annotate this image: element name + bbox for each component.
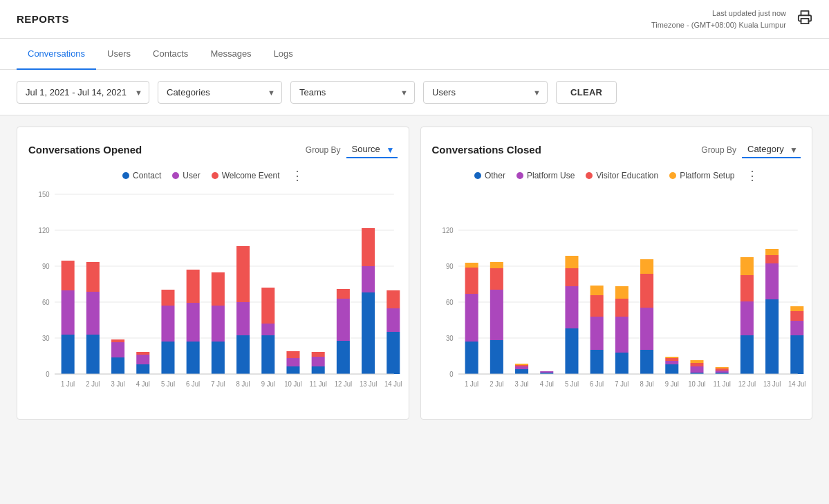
svg-text:8 Jul: 8 Jul <box>640 380 653 388</box>
svg-text:150: 150 <box>39 191 50 198</box>
svg-rect-47 <box>337 299 350 341</box>
svg-rect-42 <box>286 351 299 358</box>
svg-rect-80 <box>465 342 478 374</box>
legend-platform-setup: Platform Setup <box>669 169 734 182</box>
svg-rect-107 <box>640 308 653 350</box>
svg-rect-41 <box>286 358 299 366</box>
svg-text:3 Jul: 3 Jul <box>514 380 528 388</box>
svg-rect-15 <box>62 261 75 290</box>
categories-select[interactable]: Categories <box>158 81 282 104</box>
svg-rect-19 <box>111 357 124 374</box>
svg-text:90: 90 <box>42 263 50 270</box>
svg-rect-123 <box>740 301 753 335</box>
svg-text:12 Jul: 12 Jul <box>335 380 352 388</box>
svg-rect-45 <box>312 352 325 357</box>
svg-text:13 Jul: 13 Jul <box>360 380 377 388</box>
svg-rect-133 <box>790 306 803 311</box>
svg-rect-44 <box>312 357 325 366</box>
svg-text:1 Jul: 1 Jul <box>465 380 478 388</box>
svg-text:120: 120 <box>442 227 453 234</box>
legend-visitor-education-dot <box>586 172 593 179</box>
page-title: REPORTS <box>17 13 69 25</box>
group-by-right-select[interactable]: Category <box>742 141 801 158</box>
legend-other: Other <box>474 169 505 182</box>
svg-rect-94 <box>565 328 578 374</box>
legend-platform-use: Platform Use <box>516 169 575 182</box>
clear-button[interactable]: CLEAR <box>556 81 617 104</box>
svg-rect-21 <box>111 339 124 342</box>
svg-rect-54 <box>386 290 400 308</box>
svg-rect-116 <box>690 363 703 366</box>
legend-right-more-icon[interactable]: ⋮ <box>746 169 758 182</box>
svg-rect-81 <box>465 294 478 342</box>
legend-other-label: Other <box>485 171 505 180</box>
tab-conversations[interactable]: Conversations <box>17 39 96 70</box>
svg-rect-51 <box>362 228 375 266</box>
svg-rect-46 <box>337 341 350 374</box>
svg-text:14 Jul: 14 Jul <box>788 380 805 388</box>
legend-left-more-icon[interactable]: ⋮ <box>291 169 304 182</box>
chart-right-legend: Other Platform Use Visitor Education Pla… <box>432 169 801 182</box>
svg-rect-82 <box>465 268 478 294</box>
date-range-select[interactable]: Jul 1, 2021 - Jul 14, 2021 <box>17 81 149 104</box>
svg-rect-53 <box>386 308 400 332</box>
header: REPORTS Last updated just now Timezone -… <box>0 0 829 39</box>
legend-welcome-dot <box>212 172 218 179</box>
svg-rect-97 <box>565 256 578 268</box>
svg-rect-132 <box>790 311 803 321</box>
svg-text:3 Jul: 3 Jul <box>111 380 125 388</box>
print-icon[interactable] <box>797 10 812 28</box>
legend-user-dot <box>172 172 179 179</box>
svg-text:60: 60 <box>42 299 50 306</box>
svg-rect-91 <box>515 364 528 365</box>
group-by-left-select[interactable]: Source <box>346 141 398 158</box>
svg-rect-88 <box>515 369 528 374</box>
svg-rect-128 <box>765 255 779 263</box>
users-select[interactable]: Users <box>423 81 548 104</box>
svg-rect-104 <box>615 299 628 317</box>
svg-rect-49 <box>362 292 375 374</box>
legend-welcome: Welcome Event <box>212 169 280 182</box>
svg-rect-34 <box>236 335 250 374</box>
svg-rect-119 <box>715 371 728 373</box>
svg-text:6 Jul: 6 Jul <box>186 380 200 388</box>
legend-contact: Contact <box>122 169 161 182</box>
legend-welcome-label: Welcome Event <box>222 171 280 180</box>
users-wrapper: Users ▼ <box>423 81 548 104</box>
chart-right-title: Conversations Closed <box>432 144 541 156</box>
svg-rect-125 <box>740 257 753 275</box>
svg-rect-99 <box>590 317 603 350</box>
svg-text:0: 0 <box>449 371 454 378</box>
svg-text:120: 120 <box>39 227 50 234</box>
tab-messages[interactable]: Messages <box>199 39 262 70</box>
tab-users[interactable]: Users <box>96 39 142 70</box>
teams-select[interactable]: Teams <box>290 81 415 104</box>
svg-rect-28 <box>187 342 200 374</box>
svg-rect-16 <box>86 335 100 374</box>
svg-rect-26 <box>161 306 174 342</box>
svg-rect-83 <box>465 263 478 268</box>
teams-wrapper: Teams ▼ <box>290 81 415 104</box>
svg-rect-102 <box>615 353 628 374</box>
svg-rect-39 <box>261 288 274 324</box>
svg-rect-20 <box>111 342 124 357</box>
group-by-right-container: Group By Category ▼ <box>701 141 801 158</box>
group-by-right-label: Group By <box>701 145 736 155</box>
svg-rect-122 <box>740 335 753 374</box>
svg-rect-32 <box>212 306 225 342</box>
svg-text:30: 30 <box>42 335 50 342</box>
tab-contacts[interactable]: Contacts <box>142 39 199 70</box>
svg-rect-29 <box>187 303 200 342</box>
svg-rect-85 <box>490 290 503 340</box>
svg-rect-121 <box>715 367 728 368</box>
svg-rect-52 <box>386 332 400 374</box>
last-updated: Last updated just now <box>651 8 786 19</box>
svg-rect-117 <box>690 360 703 363</box>
svg-rect-103 <box>615 317 628 353</box>
tab-logs[interactable]: Logs <box>263 39 304 70</box>
svg-text:9 Jul: 9 Jul <box>664 380 678 388</box>
svg-rect-27 <box>161 290 174 306</box>
svg-rect-50 <box>362 266 375 292</box>
svg-rect-25 <box>161 342 174 374</box>
svg-rect-111 <box>665 361 678 364</box>
